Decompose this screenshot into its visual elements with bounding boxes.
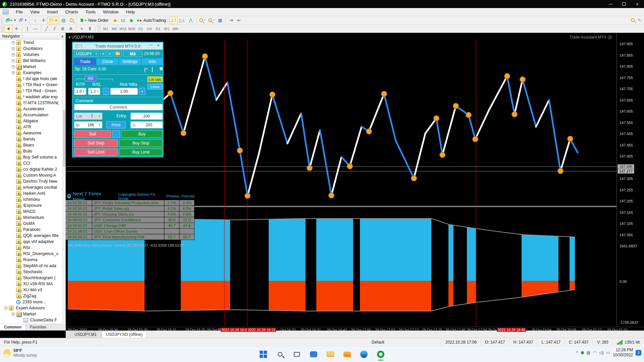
taskbar-clock[interactable]: 12:26 PM 10/30/2022 bbox=[613, 348, 633, 358]
line-chart-button[interactable]: ⋀ bbox=[187, 17, 195, 24]
navigator-item-tdi-red-green[interactable]: f! TDI Red - Green bbox=[0, 88, 63, 94]
navigator-item-market[interactable]: +fMarket bbox=[0, 64, 63, 70]
navigator-item-oscillators[interactable]: +fOscillators bbox=[0, 46, 63, 52]
navigator-item-heiken-ashi[interactable]: fHeiken Ashi bbox=[0, 190, 63, 196]
navigator-tab-common[interactable]: Common bbox=[0, 324, 26, 330]
navigator-item-awesome[interactable]: fAwesome bbox=[0, 130, 63, 136]
next-symbol-button[interactable]: > bbox=[107, 51, 112, 57]
publish-button[interactable]: 🜲 bbox=[119, 17, 127, 24]
data-window-button[interactable]: ✛ bbox=[39, 17, 47, 24]
candle-chart-button[interactable]: ▯⊥ bbox=[178, 17, 186, 24]
navigator-item-2393-more[interactable]: 2393 more... bbox=[0, 299, 63, 305]
bar-chart-button[interactable]: ⊥⊺ bbox=[169, 17, 178, 24]
symbol-dropdown[interactable]: USDJPY▾ bbox=[74, 51, 99, 57]
rr-button[interactable]: RR bbox=[85, 76, 96, 81]
navigator-item-tdi-red-green[interactable]: f! TDI Red + Green bbox=[0, 82, 63, 88]
navigator-item-qqe-vhf-adaptive[interactable]: fqqe vhf adaptive bbox=[0, 239, 63, 245]
new-chart-button[interactable]: 🗗+▼ bbox=[4, 17, 18, 24]
navigator-item-bears[interactable]: fBears bbox=[0, 142, 63, 148]
strategy-tester-button[interactable] bbox=[67, 17, 75, 24]
tile-windows-button[interactable]: ▦ bbox=[216, 17, 224, 24]
new-order-label[interactable]: New Order bbox=[88, 18, 108, 23]
navigator-item-zigzag[interactable]: fZigZag bbox=[0, 293, 63, 299]
text-tool[interactable]: A bbox=[67, 25, 75, 33]
navigator-item-qqe-averages-filte[interactable]: fQQE averages filte bbox=[0, 233, 63, 239]
expand-icon[interactable]: + bbox=[12, 71, 15, 74]
navigator-item-waddah-attar-exp[interactable]: f! waddah attar exp bbox=[0, 94, 63, 100]
menu-window[interactable]: Window bbox=[99, 8, 122, 15]
chat-icon[interactable] bbox=[307, 348, 320, 361]
horizontal-line-tool[interactable]: — bbox=[32, 25, 40, 33]
navigator-item-dsl-qqe-histo-ale[interactable]: f! dsl qqe histo (ale bbox=[0, 76, 63, 82]
timeframe-m1[interactable]: M1 bbox=[101, 25, 110, 32]
tray-battery-icon[interactable]: ▭ bbox=[606, 350, 610, 355]
price-button[interactable]: Price bbox=[106, 121, 126, 128]
metaeditor-button[interactable]: ◆ bbox=[111, 17, 119, 24]
camera-icon[interactable] bbox=[75, 44, 82, 48]
navigator-item-buy-sell-volume-a[interactable]: fBuy Sell volume a bbox=[0, 154, 63, 160]
tray-volume-icon[interactable]: ◁) bbox=[599, 350, 603, 355]
navigator-item-xu-v39-rsi-ma[interactable]: fXU v39-RSI MA bbox=[0, 281, 63, 287]
navigator-item-macd[interactable]: fMACD bbox=[0, 208, 63, 215]
menu-insert[interactable]: Insert bbox=[43, 8, 62, 15]
navigator-item-momentum[interactable]: fMomentum bbox=[0, 215, 63, 221]
navigator-scrollbar[interactable] bbox=[62, 40, 65, 323]
expand-icon[interactable]: + bbox=[12, 53, 15, 56]
channel-tool[interactable]: ⫽ bbox=[51, 25, 59, 33]
vertical-line-tool[interactable]: ❘ bbox=[23, 25, 32, 33]
expand-icon[interactable]: + bbox=[4, 307, 7, 310]
navigator-item-osma[interactable]: fOsMA bbox=[0, 221, 63, 227]
tp-input[interactable]: tp166▲▼ bbox=[74, 121, 102, 128]
navigator-item-mt4-123trian[interactable]: f!!!-MT4 123TRIAN( bbox=[0, 100, 63, 106]
tray-chevron-icon[interactable]: ^ bbox=[576, 350, 578, 355]
navigator-item-stepma-of-rsi-ada[interactable]: fStepMA of rsi ada bbox=[0, 263, 63, 269]
notification-badge[interactable]: 3 bbox=[636, 350, 641, 356]
tray-status-icon[interactable] bbox=[581, 351, 584, 354]
navigator-close-icon[interactable]: x bbox=[61, 34, 63, 38]
minimize-button[interactable] bbox=[604, 0, 617, 8]
navigator-item-examples[interactable]: +fExamples bbox=[0, 70, 63, 76]
zoom-out-button[interactable]: − bbox=[207, 17, 216, 24]
auto-scroll-button[interactable]: ⇥ bbox=[227, 17, 235, 24]
navigator-item-ichimoku[interactable]: fIchimoku bbox=[0, 196, 63, 202]
navigator-item-cci-digital-kahler-2[interactable]: fcci digital Kahler 2 bbox=[0, 166, 63, 172]
navigator-item-atr[interactable]: fATR bbox=[0, 124, 63, 130]
timeframe-label[interactable]: MS bbox=[123, 51, 143, 57]
autotrading-label[interactable]: AutoTrading bbox=[143, 18, 166, 23]
toolbar-edit-icon[interactable]: ✎ bbox=[638, 18, 641, 23]
trade-panel-tab-close[interactable]: Close bbox=[97, 58, 118, 65]
lot-input[interactable]: Lot7▲▼ bbox=[74, 113, 102, 120]
fibonacci-tool[interactable]: ≣ bbox=[59, 25, 67, 33]
buy-button[interactable]: Buy bbox=[121, 130, 163, 138]
navigator-item-davinci-truly-new[interactable]: fDaVinci Truly New bbox=[0, 178, 63, 184]
menu-help[interactable]: Help bbox=[122, 8, 139, 15]
autotrading-icon[interactable]: ●● bbox=[135, 17, 143, 24]
navigator-item-alligator[interactable]: fAlligator bbox=[0, 118, 63, 124]
navigator-item-accelerator[interactable]: fAccelerator bbox=[0, 106, 63, 112]
menu-view[interactable]: View bbox=[26, 8, 43, 15]
navigator-item-rsi[interactable]: fRSI bbox=[0, 245, 63, 251]
navigator-item-eaverages-oscillat[interactable]: feAverages oscillat bbox=[0, 184, 63, 190]
cursor-tool[interactable]: ➤ bbox=[4, 25, 12, 33]
navigator-item-cci[interactable]: fCCI bbox=[0, 160, 63, 166]
tray-printer-icon[interactable]: ▤ bbox=[587, 350, 590, 355]
navigator-tab-favorites[interactable]: Favorites bbox=[26, 324, 51, 330]
menu-charts[interactable]: Charts bbox=[61, 8, 82, 15]
shapes-tool[interactable]: ⬆ bbox=[86, 25, 94, 33]
timeframe-w1[interactable]: W1 bbox=[162, 25, 171, 32]
toolbar-search-icon[interactable] bbox=[631, 18, 635, 23]
trade-panel-close-icon[interactable]: × bbox=[155, 43, 161, 48]
comment-input[interactable]: Comment bbox=[74, 104, 163, 110]
maximize-button[interactable] bbox=[617, 0, 631, 8]
risk-plus-button[interactable]: + bbox=[139, 88, 145, 95]
label-tool[interactable]: ⌖ bbox=[78, 25, 86, 33]
trade-panel-tab-info[interactable]: Info bbox=[142, 58, 163, 65]
tray-network-icon[interactable]: ◠ bbox=[593, 350, 596, 355]
timeframe-m15[interactable]: M15 bbox=[119, 25, 127, 32]
navigator-item-rsi-divergence-v[interactable]: fRSI_Divergence_v: bbox=[0, 251, 63, 257]
price-axis[interactable]: 147.905147.855147.805147.755147.705147.6… bbox=[616, 33, 644, 327]
timeframe-m30[interactable]: M30 bbox=[127, 25, 136, 32]
navigator-item-clusterdelta-f[interactable]: ClusterDelta F bbox=[0, 317, 63, 323]
close-button[interactable]: × bbox=[631, 0, 644, 8]
navigator-item-stochastic[interactable]: fStochastic bbox=[0, 269, 63, 275]
